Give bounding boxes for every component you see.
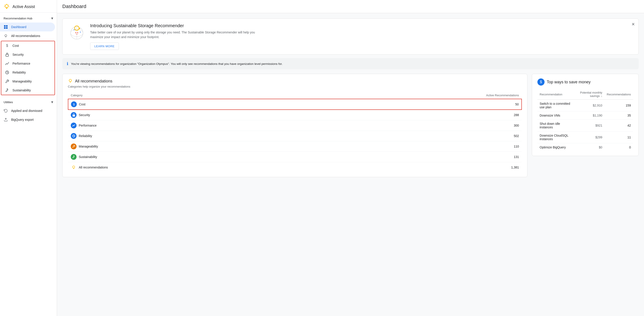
app-header: Active Assist (0, 0, 57, 13)
svg-point-0 (5, 5, 8, 8)
table-row[interactable]: Manageability 110 (68, 141, 522, 152)
savings-amount-1: $2,910 (576, 100, 604, 111)
category-cell-performance[interactable]: Performance (68, 120, 307, 131)
savings-dollar-icon: $ (538, 78, 544, 86)
category-cell-security[interactable]: Security (68, 110, 307, 120)
count-cell-sustainability: 131 (307, 152, 522, 162)
utilities-header[interactable]: Utilities ▾ (0, 96, 57, 106)
recommendations-column: All recommendations Categories help orga… (62, 74, 528, 177)
lock-icon (5, 52, 9, 57)
all-reco-label: All recommendations (11, 34, 40, 38)
savings-count-1: 159 (604, 100, 633, 111)
svg-rect-19 (72, 115, 75, 116)
savings-row[interactable]: Downsize VMs $1,190 35 (538, 111, 633, 120)
sidebar-item-cost[interactable]: $ Cost (1, 41, 53, 50)
categories-group: $ Cost Security Performance (1, 41, 55, 95)
sidebar-item-security[interactable]: Security (1, 50, 53, 59)
utilities-chevron: ▾ (51, 100, 53, 104)
cost-label: Cost (12, 44, 19, 48)
category-cell-all[interactable]: All recommendations (68, 162, 307, 173)
info-text: You're viewing recommendations for organ… (71, 62, 282, 66)
sidebar-item-manageability[interactable]: Manageability (1, 77, 53, 86)
savings-amount-3: $921 (576, 120, 604, 131)
category-cell-manageability[interactable]: Manageability (68, 141, 307, 152)
svg-point-18 (69, 79, 72, 82)
leaf-icon (5, 88, 9, 92)
applied-dismissed-label: Applied and dismissed (11, 109, 42, 112)
bigquery-export-label: BigQuery export (11, 118, 34, 121)
card-subtitle: Categories help organize your recommenda… (68, 85, 522, 88)
table-row[interactable]: Performance 300 (68, 120, 522, 131)
sidebar: Active Assist Recommendation Hub ▾ Dashb… (0, 0, 57, 316)
savings-title-row: $ Top ways to save money (538, 78, 633, 86)
info-bar: ℹ You're viewing recommendations for org… (62, 58, 639, 69)
savings-count-2: 35 (604, 111, 633, 120)
sidebar-item-performance[interactable]: Performance (1, 59, 53, 68)
table-row[interactable]: Security 288 (68, 110, 522, 120)
savings-amount-5: $0 (576, 143, 604, 151)
manageability-label: Manageability (12, 80, 32, 83)
page-header: Dashboard (57, 0, 644, 13)
recommendation-hub-section[interactable]: Recommendation Hub ▾ (0, 13, 57, 23)
reliability-cat-icon (71, 133, 76, 139)
count-cell-cost: 50 (307, 99, 522, 110)
sustainability-label: Sustainability (12, 88, 31, 92)
savings-label-3: Shut down idle instances (538, 120, 576, 131)
sidebar-item-all-recommendations[interactable]: All recommendations (0, 31, 55, 40)
utilities-label: Utilities (4, 100, 13, 104)
clock-icon (5, 70, 9, 75)
sidebar-item-dashboard[interactable]: Dashboard (0, 23, 55, 31)
sidebar-item-reliability[interactable]: Reliability (1, 68, 53, 77)
banner-text-area: Introducing Sustainable Storage Recommen… (90, 23, 633, 50)
savings-count-5: 0 (604, 143, 633, 151)
sidebar-item-sustainability[interactable]: Sustainability (1, 86, 53, 95)
sidebar-item-bigquery-export[interactable]: BigQuery export (0, 115, 55, 124)
category-cell-sustainability[interactable]: Sustainability (68, 152, 307, 162)
trending-icon (5, 61, 9, 66)
dashboard-label: Dashboard (11, 25, 26, 29)
promo-banner: Introducing Sustainable Storage Recommen… (62, 19, 639, 55)
svg-point-16 (74, 29, 74, 30)
table-row[interactable]: $ Cost 50 (68, 99, 522, 110)
savings-label-2: Downsize VMs (538, 111, 576, 120)
count-cell-performance: 300 (307, 120, 522, 131)
manageability-cat-icon (71, 143, 76, 149)
svg-point-14 (76, 31, 78, 33)
main-content: Dashboard (57, 0, 644, 316)
main-body: Introducing Sustainable Storage Recommen… (57, 13, 644, 316)
app-title: Active Assist (12, 5, 35, 9)
info-icon: ℹ (67, 61, 68, 66)
svg-point-21 (72, 166, 75, 168)
card-title-row: All recommendations (68, 78, 522, 84)
savings-row[interactable]: Shut down idle instances $921 42 (538, 120, 633, 131)
category-cell-reliability[interactable]: Reliability (68, 131, 307, 141)
category-cell-cost[interactable]: $ Cost (68, 99, 307, 110)
upload-icon (4, 117, 8, 122)
count-cell-all: 1,381 (307, 162, 522, 173)
banner-icon (68, 23, 86, 41)
savings-row[interactable]: Switch to a committed use plan $2,910 15… (538, 100, 633, 111)
sidebar-item-applied-dismissed[interactable]: Applied and dismissed (0, 106, 55, 115)
page-title: Dashboard (62, 4, 86, 9)
reliability-label: Reliability (12, 71, 26, 74)
learn-more-button[interactable]: LEARN MORE (90, 43, 119, 50)
savings-row[interactable]: Downsize CloudSQL instances $299 11 (538, 131, 633, 143)
count-cell-reliability: 502 (307, 131, 522, 141)
savings-col-reco: Recommendation (538, 89, 576, 100)
savings-column: $ Top ways to save money Recommendation … (532, 74, 639, 177)
svg-point-17 (80, 32, 81, 33)
sustainability-cat-icon (71, 154, 76, 160)
count-cell-security: 288 (307, 110, 522, 120)
grid-icon (4, 25, 8, 29)
performance-cat-icon (71, 122, 76, 128)
banner-close-button[interactable]: ✕ (632, 22, 635, 27)
table-row[interactable]: Reliability 502 (68, 131, 522, 141)
performance-label: Performance (12, 62, 30, 65)
savings-count-3: 42 (604, 120, 633, 131)
table-row-all[interactable]: All recommendations 1,381 (68, 162, 522, 173)
banner-description: Take better care of our planet by using … (90, 30, 264, 40)
table-row[interactable]: Sustainability 131 (68, 152, 522, 162)
savings-row[interactable]: Optimize BigQuery $0 0 (538, 143, 633, 151)
active-assist-icon (4, 4, 10, 10)
security-label: Security (12, 53, 24, 56)
